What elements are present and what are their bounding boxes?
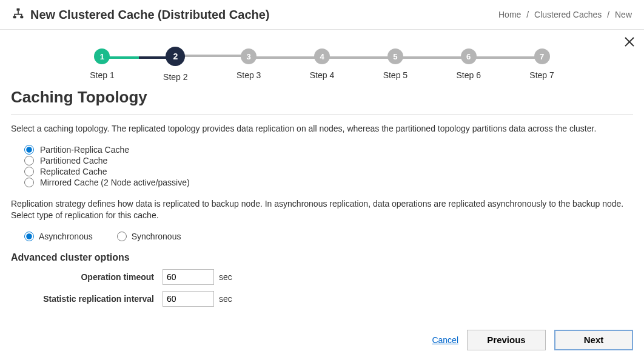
- svg-rect-0: [17, 8, 20, 11]
- topology-desc: Select a caching topology. The replicate…: [11, 123, 633, 135]
- topology-option-label: Replicated Cache: [40, 167, 107, 176]
- topology-radio[interactable]: [24, 178, 34, 187]
- step-circle: 7: [534, 48, 550, 64]
- step-3[interactable]: 3Step 3: [212, 48, 286, 80]
- topology-option[interactable]: Partition-Replica Cache: [24, 145, 633, 155]
- step-1[interactable]: 1Step 1: [65, 48, 139, 80]
- replication-option[interactable]: Asynchronous: [24, 232, 93, 241]
- replication-radio[interactable]: [24, 232, 34, 241]
- previous-button[interactable]: Previous: [467, 330, 546, 350]
- svg-rect-1: [13, 16, 16, 18]
- next-button[interactable]: Next: [554, 330, 633, 350]
- breadcrumb-home[interactable]: Home: [498, 10, 521, 19]
- step-7[interactable]: 7Step 7: [505, 48, 579, 80]
- step-5[interactable]: 5Step 5: [358, 48, 432, 80]
- statistic-interval-unit: sec: [219, 294, 232, 304]
- topology-radio[interactable]: [24, 156, 34, 165]
- step-6[interactable]: 6Step 6: [432, 48, 505, 80]
- step-circle: 5: [387, 48, 403, 64]
- page-header: New Clustered Cache (Distributed Cache) …: [0, 0, 644, 30]
- replication-option[interactable]: Synchronous: [117, 232, 181, 241]
- replication-option-label: Synchronous: [132, 232, 181, 241]
- step-circle: 2: [166, 47, 185, 66]
- replication-radio-group: AsynchronousSynchronous: [24, 232, 633, 241]
- replication-desc: Replication strategy defines how data is…: [11, 198, 633, 222]
- operation-timeout-row: Operation timeout sec: [11, 269, 633, 285]
- section-title: Caching Topology: [11, 88, 633, 107]
- operation-timeout-label: Operation timeout: [11, 272, 163, 282]
- step-circle: 4: [314, 48, 330, 64]
- divider: [11, 114, 633, 115]
- topology-option-label: Partitioned Cache: [40, 156, 107, 165]
- step-label: Step 3: [236, 70, 261, 80]
- statistic-interval-row: Statistic replication interval sec: [11, 291, 633, 307]
- step-circle: 6: [461, 48, 477, 64]
- step-label: Step 6: [456, 70, 480, 80]
- breadcrumb-clustered-caches[interactable]: Clustered Caches: [534, 10, 602, 19]
- topology-option-label: Mirrored Cache (2 Node active/passive): [40, 178, 190, 187]
- wizard-footer: Cancel Previous Next: [0, 324, 644, 354]
- replication-option-label: Asynchronous: [39, 232, 93, 241]
- page-title: New Clustered Cache (Distributed Cache): [30, 8, 270, 22]
- topology-option[interactable]: Replicated Cache: [24, 167, 633, 176]
- operation-timeout-unit: sec: [219, 272, 232, 282]
- step-2[interactable]: 2Step 2: [139, 47, 212, 82]
- topology-option[interactable]: Mirrored Cache (2 Node active/passive): [24, 178, 633, 187]
- step-label: Step 2: [163, 72, 187, 82]
- topology-radio[interactable]: [24, 145, 34, 155]
- topology-option[interactable]: Partitioned Cache: [24, 156, 633, 165]
- step-circle: 1: [94, 48, 110, 64]
- operation-timeout-input[interactable]: [163, 269, 214, 285]
- statistic-interval-label: Statistic replication interval: [11, 294, 163, 304]
- step-4[interactable]: 4Step 4: [286, 48, 359, 80]
- step-label: Step 7: [529, 70, 554, 80]
- cancel-link[interactable]: Cancel: [432, 335, 458, 345]
- svg-rect-2: [20, 16, 23, 18]
- topology-option-label: Partition-Replica Cache: [40, 145, 129, 155]
- topology-radio[interactable]: [24, 167, 34, 176]
- step-circle: 3: [241, 48, 257, 64]
- stepper: 1Step 12Step 23Step 34Step 45Step 56Step…: [65, 47, 579, 82]
- breadcrumb: Home / Clustered Caches / New: [498, 10, 632, 19]
- breadcrumb-new: New: [615, 10, 632, 19]
- hierarchy-icon: [12, 7, 24, 22]
- step-label: Step 1: [90, 70, 114, 80]
- advanced-options-title: Advanced cluster options: [11, 252, 633, 263]
- step-label: Step 5: [383, 70, 408, 80]
- step-label: Step 4: [310, 70, 334, 80]
- replication-radio[interactable]: [117, 232, 127, 241]
- topology-radio-group: Partition-Replica CachePartitioned Cache…: [24, 145, 633, 187]
- close-icon[interactable]: [623, 36, 636, 50]
- statistic-interval-input[interactable]: [163, 291, 214, 307]
